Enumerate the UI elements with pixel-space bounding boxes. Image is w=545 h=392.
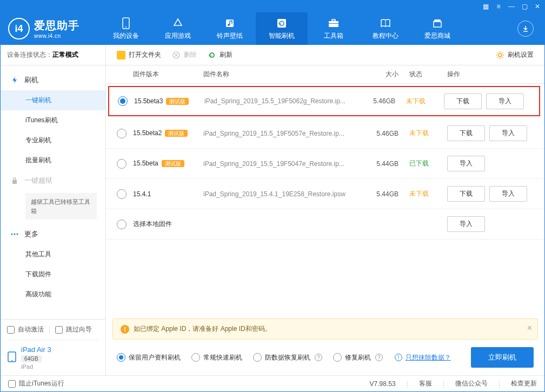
- update-link[interactable]: 检查更新: [511, 379, 537, 388]
- nav-tutorial[interactable]: 教程中心: [360, 12, 411, 45]
- label: 打开文件夹: [129, 50, 161, 59]
- music-icon: [224, 17, 236, 29]
- sidebar-other-tools[interactable]: 其他工具: [1, 244, 105, 264]
- sidebar-download-fw[interactable]: 下载固件: [1, 264, 105, 284]
- radio[interactable]: [117, 129, 127, 138]
- sidebar-batch-flash[interactable]: 批量刷机: [1, 150, 105, 170]
- svg-point-19: [499, 54, 502, 57]
- table-row-local[interactable]: 选择本地固件导入: [106, 209, 544, 240]
- sidebar-advanced[interactable]: 高级功能: [1, 284, 105, 304]
- folder-icon: [117, 51, 125, 59]
- nav-ringtones[interactable]: 铃声壁纸: [204, 12, 256, 45]
- logo-icon: i4: [8, 18, 30, 39]
- import-button[interactable]: 导入: [447, 156, 485, 171]
- import-button[interactable]: 导入: [447, 216, 485, 232]
- sidebar-jailbreak: 一键越狱: [1, 170, 105, 191]
- version-text: 15.4.1: [133, 190, 151, 198]
- status-text: 未下载: [409, 189, 447, 198]
- firmware-name: iPad_Spring_2019_15.5_19F5057e_Restore.i…: [203, 130, 366, 137]
- import-button[interactable]: 导入: [489, 125, 527, 141]
- opt-repair-flash[interactable]: 修复刷机 ?: [333, 353, 383, 362]
- svg-rect-4: [277, 19, 286, 28]
- table-row[interactable]: 15.4.1iPad_Spring_2019_15.4.1_19E258_Res…: [106, 179, 544, 209]
- open-folder-button[interactable]: 打开文件夹: [117, 50, 161, 59]
- auto-activate-checkbox[interactable]: [7, 326, 15, 334]
- nav-my-device[interactable]: 我的设备: [100, 12, 152, 45]
- sidebar-one-click-flash[interactable]: 一键刷机: [1, 90, 105, 110]
- svg-rect-6: [332, 19, 335, 21]
- download-button[interactable]: 下载: [447, 125, 485, 141]
- svg-rect-7: [329, 23, 338, 24]
- flash-settings-button[interactable]: 刷机设置: [496, 50, 534, 59]
- radio[interactable]: [117, 189, 127, 199]
- help-icon[interactable]: ?: [315, 354, 322, 361]
- nav: 我的设备 应用游戏 铃声壁纸 智能刷机 工具箱 教程中心 爱思商城: [100, 12, 463, 45]
- nav-toolbox[interactable]: 工具箱: [308, 12, 360, 45]
- th-status: 状态: [409, 70, 447, 79]
- radio-icon: [333, 353, 342, 362]
- list-icon[interactable]: ≡: [495, 3, 502, 10]
- label: 一键越狱: [24, 176, 52, 185]
- lock-icon: [10, 176, 19, 185]
- svg-point-13: [17, 234, 18, 235]
- svg-rect-9: [434, 22, 441, 27]
- nav-flash[interactable]: 智能刷机: [256, 12, 308, 45]
- beta-badge: 测试版: [166, 98, 189, 105]
- sidebar-itunes-flash[interactable]: iTunes刷机: [1, 110, 105, 130]
- label: 阻止iTunes运行: [19, 379, 64, 388]
- label: 常规快速刷机: [203, 353, 242, 362]
- table-row[interactable]: 15.5beta3测试版iPad_Spring_2019_15.5_19F506…: [108, 86, 540, 116]
- download-button[interactable]: 下载: [447, 186, 485, 202]
- opt-normal-flash[interactable]: 常规快速刷机: [191, 353, 242, 362]
- skip-guide-checkbox[interactable]: [55, 326, 63, 334]
- radio[interactable]: [117, 220, 127, 229]
- radio-icon: [191, 353, 200, 362]
- refresh-button[interactable]: 刷新: [208, 50, 232, 59]
- device-name: iPad Air 3: [21, 346, 51, 354]
- radio-icon: [117, 353, 125, 362]
- nav-apps[interactable]: 应用游戏: [152, 12, 204, 45]
- sidebar-pro-flash[interactable]: 专业刷机: [1, 130, 105, 150]
- close-warning-button[interactable]: ×: [527, 323, 532, 333]
- svg-point-1: [125, 26, 127, 28]
- radio[interactable]: [117, 159, 127, 169]
- firmware-name: iPad_Spring_2019_15.4.1_19E258_Restore.i…: [203, 190, 366, 198]
- download-icon[interactable]: [517, 21, 534, 37]
- logo: i4 爱思助手 www.i4.cn: [8, 18, 100, 39]
- status-value: 正常模式: [52, 51, 78, 58]
- statusbar: 阻止iTunes运行 V7.98.53 | 客服 | 微信公众号 | 检查更新: [1, 375, 544, 391]
- maximize-icon[interactable]: ▢: [521, 3, 528, 10]
- opt-anti-recovery[interactable]: 防数据恢复刷机 ?: [253, 353, 322, 362]
- radio[interactable]: [118, 96, 128, 106]
- import-button[interactable]: 导入: [489, 186, 527, 202]
- store-icon: [431, 17, 443, 29]
- erase-data-link[interactable]: ! 只想抹除数据？: [394, 353, 451, 362]
- flash-now-button[interactable]: 立即刷机: [471, 347, 534, 368]
- warning-bar: ! 如已绑定 Apple ID，请准备好 Apple ID和密码。 ×: [112, 318, 538, 340]
- table-row[interactable]: 15.5beta测试版iPad_Spring_2019_15.5_19F5047…: [106, 149, 544, 179]
- support-link[interactable]: 客服: [419, 379, 432, 388]
- label: 刷机: [24, 75, 38, 85]
- version-text: 15.5beta: [133, 160, 158, 167]
- tablet-icon: [7, 351, 17, 365]
- opt-keep-data[interactable]: 保留用户资料刷机: [117, 353, 181, 362]
- nav-store[interactable]: 爱思商城: [411, 12, 463, 45]
- import-button[interactable]: 导入: [486, 94, 524, 109]
- label: 跳过向导: [66, 325, 92, 334]
- help-icon[interactable]: ?: [375, 354, 383, 361]
- grid-icon[interactable]: ▦: [482, 3, 489, 10]
- sidebar-flash-root[interactable]: 刷机: [1, 70, 105, 90]
- refresh-icon: [276, 17, 288, 29]
- device-info[interactable]: iPad Air 3 64GB iPad: [7, 340, 99, 370]
- sidebar-more[interactable]: 更多: [1, 224, 105, 244]
- th-size: 大小: [366, 70, 409, 79]
- label: 删除: [184, 50, 197, 59]
- wechat-link[interactable]: 微信公众号: [455, 379, 488, 388]
- table-body: 15.5beta3测试版iPad_Spring_2019_15.5_19F506…: [106, 84, 544, 240]
- label: 自动激活: [18, 325, 44, 334]
- block-itunes-checkbox[interactable]: [8, 380, 16, 388]
- download-button[interactable]: 下载: [444, 94, 482, 109]
- minimize-icon[interactable]: —: [508, 3, 515, 10]
- table-row[interactable]: 15.5beta2测试版iPad_Spring_2019_15.5_19F505…: [106, 118, 544, 149]
- close-icon[interactable]: ✕: [534, 3, 541, 10]
